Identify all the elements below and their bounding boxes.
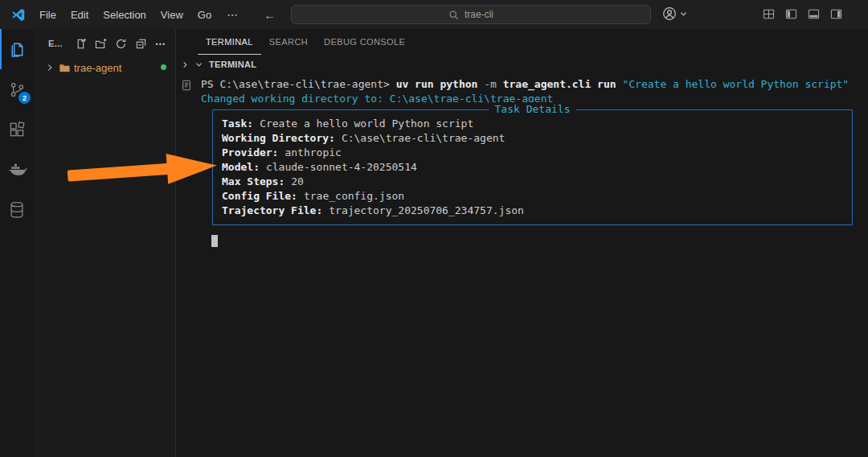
collapse-all-icon[interactable] — [135, 38, 147, 50]
task-row-provider: Provider:anthropic — [222, 146, 844, 160]
terminal-output[interactable]: PS C:\ase\trae-cli\trae-agent> uv run py… — [176, 74, 868, 247]
panel-area: TERMINAL SEARCH DEBUG CONSOLE TERMINAL P… — [175, 29, 868, 457]
task-row-label: Config File: — [222, 190, 297, 202]
source-control-badge: 2 — [18, 92, 31, 104]
terminal-command-flag: -m — [484, 78, 502, 90]
task-row-label: Max Steps: — [222, 175, 285, 187]
chevron-down-icon — [680, 10, 687, 18]
terminal-cursor — [211, 235, 218, 247]
task-details-panel: Task Details Task:Create a hello world P… — [212, 109, 853, 225]
terminal-section-header[interactable]: TERMINAL — [176, 55, 868, 74]
task-row-trajectory-file: Trajectory File:trajectory_20250706_2347… — [222, 204, 844, 218]
database-icon[interactable] — [0, 190, 34, 230]
chevron-down-icon[interactable] — [195, 61, 203, 68]
activity-bar: 2 — [0, 29, 34, 457]
task-row-label: Model: — [222, 161, 260, 173]
new-folder-icon[interactable] — [95, 38, 107, 50]
menu-selection[interactable]: Selection — [96, 6, 153, 23]
vscode-window: File Edit Selection View Go ⋯ ← → trae-c… — [0, 0, 868, 457]
task-row-max-steps: Max Steps:20 — [222, 175, 844, 189]
task-details-title: Task Details — [489, 102, 577, 117]
customize-layout-icon[interactable] — [763, 8, 775, 20]
toggle-secondary-sidebar-icon[interactable] — [830, 8, 842, 20]
account-icon — [662, 6, 677, 21]
task-row-value: anthropic — [285, 146, 341, 159]
explorer-more-icon[interactable]: ⋯ — [155, 38, 166, 50]
menu-view[interactable]: View — [154, 6, 190, 23]
source-control-icon[interactable]: 2 — [0, 69, 34, 109]
task-row-value: C:\ase\trae-cli\trae-agent — [342, 132, 506, 144]
folder-icon — [59, 62, 71, 74]
panel-tab-bar: TERMINAL SEARCH DEBUG CONSOLE — [176, 29, 868, 55]
task-row-model: Model:claude-sonnet-4-20250514 — [222, 160, 844, 175]
command-search-bar[interactable]: trae-cli — [291, 5, 651, 24]
docker-icon[interactable] — [0, 150, 34, 190]
new-file-icon[interactable] — [75, 38, 87, 50]
task-row-label: Provider: — [222, 146, 278, 159]
terminal-command-string: "Create a hello world Python script" — [622, 78, 849, 90]
explorer-icon[interactable] — [0, 29, 34, 69]
terminal-gutter-icon — [181, 80, 192, 91]
toggle-panel-icon[interactable] — [808, 8, 820, 20]
extensions-icon[interactable] — [0, 109, 34, 150]
terminal-section-label: TERMINAL — [209, 60, 256, 69]
task-row-task: Task:Create a hello world Python script — [222, 117, 844, 131]
tab-debug-console[interactable]: DEBUG CONSOLE — [316, 29, 413, 55]
menu-go[interactable]: Go — [190, 6, 219, 23]
task-row-label: Trajectory File: — [222, 204, 322, 216]
toggle-primary-sidebar-icon[interactable] — [785, 8, 797, 20]
title-bar: File Edit Selection View Go ⋯ ← → trae-c… — [0, 0, 868, 29]
tree-item-trae-agent[interactable]: trae-agent — [34, 58, 175, 77]
terminal-command-rest: trae_agent.cli run — [503, 78, 623, 90]
account-button[interactable] — [662, 6, 687, 21]
chevron-right-icon — [44, 62, 55, 73]
task-row-value: trajectory_20250706_234757.json — [329, 204, 524, 216]
task-row-config-file: Config File:trae_config.json — [222, 189, 844, 204]
back-icon[interactable]: ← — [264, 8, 276, 22]
refresh-icon[interactable] — [115, 38, 127, 50]
terminal-command: uv run python — [396, 78, 485, 90]
task-row-value: Create a hello world Python script — [260, 117, 473, 130]
status-dot — [161, 64, 166, 70]
tab-terminal[interactable]: TERMINAL — [198, 29, 261, 55]
vscode-logo-icon — [10, 7, 26, 23]
chevron-right-icon[interactable] — [182, 61, 189, 68]
task-row-value: claude-sonnet-4-20250514 — [266, 161, 417, 173]
task-row-label: Working Directory: — [222, 132, 335, 144]
search-value: trae-cli — [465, 9, 493, 20]
annotation-arrow-icon — [66, 152, 220, 189]
task-row-value: 20 — [291, 175, 304, 187]
menu-edit[interactable]: Edit — [63, 6, 96, 23]
menu-file[interactable]: File — [32, 6, 63, 23]
terminal-command-line: PS C:\ase\trae-cli\trae-agent> uv run py… — [201, 77, 868, 92]
task-row-label: Task: — [222, 117, 253, 130]
search-icon — [448, 10, 459, 20]
task-row-working-directory: Working Directory:C:\ase\trae-cli\trae-a… — [222, 131, 844, 146]
explorer-sidebar: E... ⋯ — [34, 29, 175, 457]
explorer-header: E... ⋯ — [34, 29, 175, 58]
terminal-prompt: PS C:\ase\trae-cli\trae-agent> — [201, 78, 396, 90]
tree-item-label: trae-agent — [74, 62, 121, 74]
explorer-title: E... — [48, 39, 63, 48]
menu-overflow-icon[interactable]: ⋯ — [219, 6, 246, 23]
task-row-value: trae_config.json — [304, 190, 404, 202]
tab-search[interactable]: SEARCH — [261, 29, 316, 55]
